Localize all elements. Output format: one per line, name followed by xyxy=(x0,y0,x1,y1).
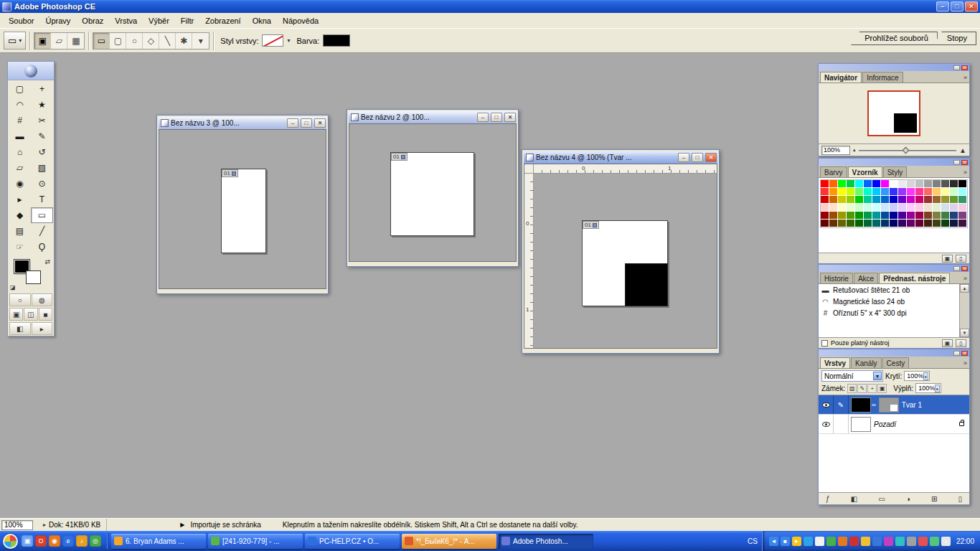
tray-icon[interactable] xyxy=(895,537,905,546)
color-swatch[interactable] xyxy=(907,212,915,220)
blur-tool[interactable]: ◉ xyxy=(9,176,31,192)
color-swatch[interactable] xyxy=(847,188,855,196)
doc-size-arrow-icon[interactable]: ▸ xyxy=(43,522,46,528)
panel-close-button[interactable] xyxy=(961,266,968,271)
panel-menu-button[interactable]: » xyxy=(961,275,969,283)
tray-icon[interactable]: ■ xyxy=(781,537,790,546)
doc-minimize-button[interactable]: – xyxy=(287,118,298,128)
doc-close-button[interactable]: ✕ xyxy=(314,118,326,128)
zoom-in-icon[interactable]: ▲ xyxy=(959,146,966,154)
spinner-icon[interactable]: ▸ xyxy=(935,385,940,392)
type-tool[interactable]: T xyxy=(31,192,53,207)
color-swatch[interactable] xyxy=(881,188,890,196)
mask-thumbnail[interactable] xyxy=(879,397,899,413)
doc-size-section[interactable]: ▸ Dok: 41KB/0 KB xyxy=(37,519,107,531)
status-zoom-field[interactable]: 100% xyxy=(1,520,33,530)
color-swatch[interactable] xyxy=(855,196,864,204)
opera-icon[interactable]: O xyxy=(35,535,47,547)
panel-close-button[interactable] xyxy=(961,65,968,70)
color-swatch[interactable] xyxy=(941,204,950,212)
scroll-down-button[interactable]: ▼ xyxy=(960,329,969,337)
slice-tool[interactable]: ✂ xyxy=(31,113,53,128)
color-swatch[interactable] xyxy=(898,204,907,212)
color-swatch[interactable] xyxy=(924,196,933,204)
color-swatch[interactable] xyxy=(855,220,864,227)
eraser-tool[interactable]: ▱ xyxy=(9,160,31,176)
firefox-icon[interactable]: ◉ xyxy=(49,535,60,547)
color-swatch[interactable] xyxy=(838,196,847,204)
doc-maximize-button[interactable]: □ xyxy=(301,118,312,128)
window-maximize-button[interactable]: □ xyxy=(951,1,963,11)
tab-barvy[interactable]: Barvy xyxy=(820,166,847,177)
media-player-icon[interactable]: ♪ xyxy=(76,535,88,547)
color-swatch[interactable] xyxy=(847,196,855,204)
panel-collapse-button[interactable] xyxy=(953,160,960,165)
internet-explorer-icon[interactable]: e xyxy=(62,535,74,547)
color-swatch[interactable] xyxy=(872,188,881,196)
color-swatch[interactable] xyxy=(915,220,924,227)
slider-thumb[interactable] xyxy=(903,146,910,154)
color-swatch[interactable] xyxy=(829,212,838,220)
crop-tool[interactable]: # xyxy=(9,113,31,128)
tool-preset-item[interactable]: ◠Magnetické laso 24 ob xyxy=(819,296,959,307)
taskbar-task[interactable]: *!_БыІиК6_!* - A... xyxy=(402,534,496,549)
menu-okna[interactable]: Okna xyxy=(247,14,277,27)
delete-swatch-button[interactable]: ▯ xyxy=(956,255,966,263)
taskbar-task[interactable]: Adobe Photosh... xyxy=(499,534,593,549)
document-window-4[interactable]: Bez názvu 4 @ 100% (Tvar ... – □ ✕ 0 1 0… xyxy=(522,149,720,354)
lock-transparency-button[interactable]: ▨ xyxy=(847,384,857,393)
color-swatch[interactable] xyxy=(958,220,967,227)
color-swatch[interactable] xyxy=(872,204,881,212)
color-swatch[interactable] xyxy=(821,220,829,227)
color-swatch[interactable] xyxy=(838,188,847,196)
color-swatch[interactable] xyxy=(829,196,838,204)
color-swatch[interactable] xyxy=(950,204,958,212)
color-swatch[interactable] xyxy=(933,212,941,220)
color-swatch[interactable] xyxy=(847,220,855,227)
color-swatch[interactable] xyxy=(881,180,890,188)
jump-to-imageready-button[interactable]: ◧ xyxy=(9,322,31,335)
add-layer-mask-button[interactable]: ◧ xyxy=(851,495,857,503)
color-swatch[interactable] xyxy=(924,204,933,212)
taskbar-task[interactable]: PC-HELP.CZ • O... xyxy=(305,534,400,549)
color-swatch[interactable] xyxy=(958,212,967,220)
color-swatch[interactable] xyxy=(847,180,855,188)
doc-close-button[interactable]: ✕ xyxy=(504,113,516,122)
menu-zobrazeni[interactable]: Zobrazení xyxy=(199,14,247,27)
new-adjustment-layer-button[interactable]: ◑ xyxy=(906,495,910,503)
rectangle-tool-button[interactable]: ▭ xyxy=(93,33,110,49)
color-swatch[interactable] xyxy=(958,180,967,188)
color-swatch[interactable] xyxy=(829,204,838,212)
visibility-toggle[interactable] xyxy=(819,395,834,414)
tab-styly[interactable]: Styly xyxy=(883,166,908,177)
color-swatch[interactable] xyxy=(847,212,855,220)
tray-icon[interactable] xyxy=(804,537,813,546)
tab-akce[interactable]: Akce xyxy=(854,273,878,283)
doc-maximize-button[interactable]: □ xyxy=(692,153,703,162)
tab-prednast-nastroje[interactable]: Přednast. nástroje xyxy=(879,273,950,283)
messenger-icon[interactable]: ◎ xyxy=(90,535,101,547)
navigator-preview[interactable] xyxy=(867,90,920,136)
default-colors-icon[interactable]: ◪ xyxy=(10,284,15,291)
hand-tool[interactable]: ☞ xyxy=(9,239,31,255)
color-swatch[interactable] xyxy=(872,220,881,227)
tab-vrstvy[interactable]: Vrstvy xyxy=(820,357,850,368)
color-swatch[interactable] xyxy=(881,220,890,227)
magic-wand-tool[interactable]: ★ xyxy=(31,97,53,113)
document-area[interactable]: 01 xyxy=(159,129,326,289)
color-swatch[interactable] xyxy=(855,212,864,220)
color-swatch[interactable] xyxy=(838,220,847,227)
tab-navigator[interactable]: Navigátor xyxy=(820,72,862,83)
taskbar-task[interactable]: [241-920-779] - ... xyxy=(208,534,303,549)
polygon-tool-button[interactable]: ◇ xyxy=(143,33,159,49)
tray-icon[interactable] xyxy=(861,537,870,546)
color-swatch[interactable] xyxy=(941,220,950,227)
tray-icon[interactable] xyxy=(907,537,916,546)
doc-maximize-button[interactable]: □ xyxy=(491,113,502,122)
path-selection-tool[interactable]: ▸ xyxy=(9,192,31,207)
shape-geometry-arrow[interactable]: ▾ xyxy=(192,33,209,49)
notes-tool[interactable]: ▤ xyxy=(9,223,31,239)
standard-screen-button[interactable]: ▣ xyxy=(9,308,23,321)
color-swatch[interactable] xyxy=(838,212,847,220)
lasso-tool[interactable]: ◠ xyxy=(9,97,31,113)
